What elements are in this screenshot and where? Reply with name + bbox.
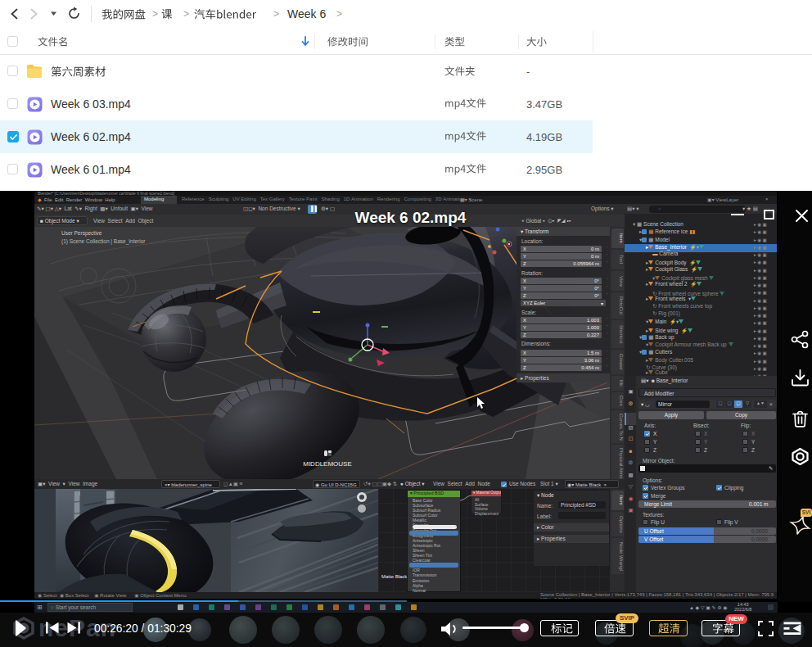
svg-text:MIDDLEMOUSE: MIDDLEMOUSE: [303, 460, 352, 468]
